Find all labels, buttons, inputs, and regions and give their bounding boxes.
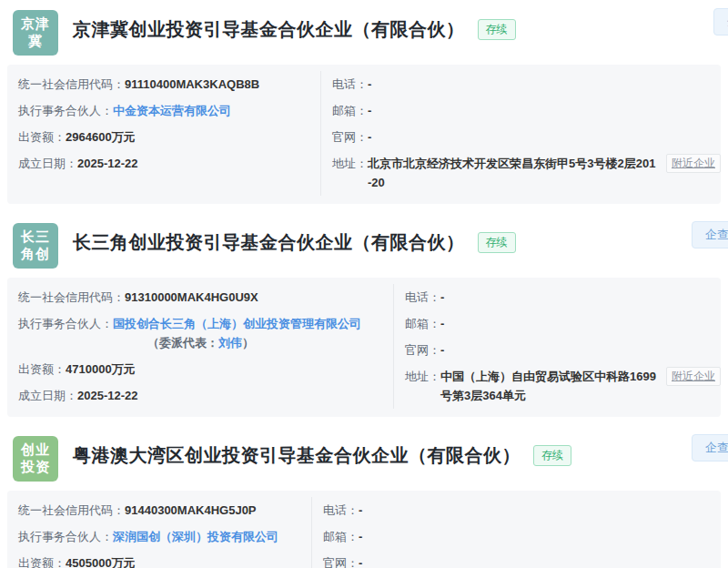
capital-value: 2964600万元 (66, 127, 136, 147)
company-header: 创业 投资 粤港澳大湾区创业投资引导基金合伙企业（有限合伙） 存续 企查 (0, 426, 728, 491)
email-row: 邮箱： - (332, 97, 721, 124)
avatar-text-line2: 角创 (21, 246, 50, 263)
capital-value: 4710000万元 (66, 360, 136, 379)
rep-suffix: ） (242, 336, 254, 350)
company-detail: 统一社会信用代码： 91440300MAK4HG5J0P 执行事务合伙人： 深润… (7, 491, 721, 568)
detail-right-column: 电话： - 邮箱： - 官网： - 地址： 深圳市前海深港合作区南山街道桂湾五路… (311, 497, 721, 568)
partner-link[interactable]: 深润国创（深圳）投资有限公司 (113, 527, 278, 546)
rep-prefix: （委派代表： (147, 336, 218, 350)
partner-label: 执行事务合伙人： (18, 527, 113, 546)
credit-code-value: 91310000MAK4HG0U9X (125, 288, 258, 307)
email-label: 邮箱： (323, 527, 359, 546)
website-label: 官网： (332, 127, 368, 147)
avatar-text-line2: 冀 (28, 33, 43, 50)
email-value: - (368, 101, 371, 120)
partner-block: 国投创合长三角（上海）创业投资管理有限公司 （委派代表：刘伟） (113, 314, 361, 352)
company-name[interactable]: 京津冀创业投资引导基金合伙企业（有限合伙） (73, 17, 465, 42)
phone-value: - (359, 501, 362, 520)
credit-code-label: 统一社会信用代码： (18, 288, 125, 307)
capital-label: 出资额： (18, 360, 66, 379)
email-label: 邮箱： (332, 101, 368, 120)
address-label: 地址： (332, 154, 368, 173)
avatar-text-line1: 长三 (21, 228, 50, 246)
nearby-companies-link[interactable]: 附近企业 (666, 367, 721, 386)
company-header: 长三 角创 长三角创业投资引导基金合伙企业（有限合伙） 存续 企查 (0, 213, 728, 278)
phone-row: 电话： - (323, 497, 721, 523)
partner-label: 执行事务合伙人： (18, 314, 113, 333)
company-avatar: 京津 冀 (13, 10, 58, 56)
phone-row: 电话： - (405, 284, 721, 310)
nearby-companies-link[interactable]: 附近企业 (666, 154, 721, 173)
phone-label: 电话： (405, 288, 440, 307)
capital-row: 出资额： 2964600万元 (18, 124, 320, 150)
phone-row: 电话： - (332, 71, 721, 97)
capital-value: 4505000万元 (66, 553, 136, 568)
company-card-yuegangao: 创业 投资 粤港澳大湾区创业投资引导基金合伙企业（有限合伙） 存续 企查 统一社… (0, 426, 728, 568)
address-row: 地址： 北京市北京经济技术开发区荣昌东街甲5号3号楼2层201-20 附近企业 (332, 150, 721, 196)
company-list-page: 京津 冀 京津冀创业投资引导基金合伙企业（有限合伙） 存续 企查 统一社会信用代… (0, 0, 728, 568)
email-row: 邮箱： - (405, 310, 721, 337)
website-label: 官网： (405, 340, 440, 360)
established-row: 成立日期： 2025-12-22 (18, 150, 320, 177)
capital-label: 出资额： (18, 553, 66, 568)
phone-value: - (440, 288, 444, 307)
address-value: 北京市北京经济技术开发区荣昌东街甲5号3号楼2层201-20 (368, 154, 659, 192)
detail-right-column: 电话： - 邮箱： - 官网： - 地址： 北京市北京经济技术开发区荣昌东街甲5… (320, 71, 721, 196)
company-detail: 统一社会信用代码： 91110400MAK3KAQB8B 执行事务合伙人： 中金… (7, 65, 721, 204)
company-name[interactable]: 长三角创业投资引导基金合伙企业（有限合伙） (73, 230, 465, 255)
qicha-button[interactable]: 企查 (713, 8, 728, 36)
credit-code-row: 统一社会信用代码： 91310000MAK4HG0U9X (18, 284, 393, 310)
avatar-text-line1: 京津 (21, 15, 50, 33)
credit-code-label: 统一社会信用代码： (18, 75, 125, 94)
capital-row: 出资额： 4505000万元 (18, 550, 311, 568)
company-detail: 统一社会信用代码： 91310000MAK4HG0U9X 执行事务合伙人： 国投… (7, 278, 721, 417)
website-value: - (368, 127, 371, 147)
phone-value: - (368, 75, 371, 94)
qicha-button[interactable]: 企查 (692, 221, 728, 248)
rep-link[interactable]: 刘伟 (218, 336, 242, 350)
address-label: 地址： (405, 367, 440, 386)
credit-code-row: 统一社会信用代码： 91440300MAK4HG5J0P (18, 497, 311, 523)
capital-label: 出资额： (18, 127, 66, 147)
partner-row: 执行事务合伙人： 国投创合长三角（上海）创业投资管理有限公司 （委派代表：刘伟） (18, 310, 393, 356)
credit-code-value: 91440300MAK4HG5J0P (125, 501, 257, 520)
website-row: 官网： - (332, 124, 721, 150)
phone-label: 电话： (332, 75, 368, 94)
company-name[interactable]: 粤港澳大湾区创业投资引导基金合伙企业（有限合伙） (73, 443, 521, 468)
credit-code-label: 统一社会信用代码： (18, 501, 125, 520)
email-row: 邮箱： - (323, 523, 721, 550)
detail-left-column: 统一社会信用代码： 91440300MAK4HG5J0P 执行事务合伙人： 深润… (7, 497, 311, 568)
partner-link[interactable]: 国投创合长三角（上海）创业投资管理有限公司 (113, 314, 361, 333)
website-row: 官网： - (405, 337, 721, 363)
established-row: 成立日期： 2025-12-22 (18, 382, 393, 409)
capital-row: 出资额： 4710000万元 (18, 356, 393, 382)
website-label: 官网： (323, 553, 359, 568)
detail-right-column: 电话： - 邮箱： - 官网： - 地址： 中国（上海）自由贸易试验区中科路16… (393, 284, 721, 409)
detail-left-column: 统一社会信用代码： 91310000MAK4HG0U9X 执行事务合伙人： 国投… (7, 284, 393, 409)
detail-left-column: 统一社会信用代码： 91110400MAK3KAQB8B 执行事务合伙人： 中金… (7, 71, 320, 196)
address-value: 中国（上海）自由贸易试验区中科路1699号第3层364单元 (440, 367, 659, 405)
established-label: 成立日期： (18, 154, 77, 173)
email-value: - (440, 314, 444, 333)
established-value: 2025-12-22 (77, 386, 138, 405)
address-row: 地址： 中国（上海）自由贸易试验区中科路1699号第3层364单元 附近企业 (405, 363, 721, 409)
email-label: 邮箱： (405, 314, 440, 333)
established-label: 成立日期： (18, 386, 77, 405)
company-header: 京津 冀 京津冀创业投资引导基金合伙企业（有限合伙） 存续 企查 (0, 0, 728, 65)
website-row: 官网： - (323, 550, 721, 568)
status-badge: 存续 (533, 445, 571, 466)
website-value: - (359, 553, 362, 568)
partner-link[interactable]: 中金资本运营有限公司 (113, 101, 231, 120)
partner-row: 执行事务合伙人： 深润国创（深圳）投资有限公司 (18, 523, 311, 550)
delegate-representative: （委派代表：刘伟） (147, 333, 361, 352)
email-value: - (359, 527, 362, 546)
company-avatar: 创业 投资 (13, 436, 58, 482)
avatar-text-line2: 投资 (21, 459, 50, 476)
company-card-changsanjiao: 长三 角创 长三角创业投资引导基金合伙企业（有限合伙） 存续 企查 统一社会信用… (0, 213, 728, 417)
website-value: - (440, 340, 444, 360)
partner-row: 执行事务合伙人： 中金资本运营有限公司 (18, 97, 320, 124)
phone-label: 电话： (323, 501, 359, 520)
qicha-button[interactable]: 企查 (692, 434, 728, 462)
status-badge: 存续 (478, 19, 516, 40)
company-card-jingjinji: 京津 冀 京津冀创业投资引导基金合伙企业（有限合伙） 存续 企查 统一社会信用代… (0, 0, 728, 204)
